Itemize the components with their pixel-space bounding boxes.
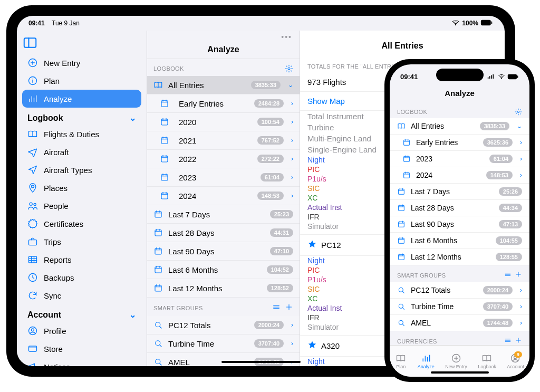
home-indicator[interactable]	[221, 361, 301, 363]
chevron-right-icon[interactable]: ›	[291, 321, 293, 329]
row-amel[interactable]: AMEL 1744:48 ›	[147, 353, 300, 366]
sidebar-aircraft-types[interactable]: Aircraft Types	[22, 161, 141, 179]
badge-icon	[27, 218, 38, 229]
sidebar-new-entry[interactable]: New Entry	[22, 54, 141, 72]
row-last-7-days[interactable]: Last 7 Days 25:26	[390, 184, 529, 200]
info-circle-icon	[27, 75, 38, 86]
row-value: 2484:28	[254, 99, 284, 108]
chevron-right-icon[interactable]: ›	[520, 155, 522, 162]
row-2022[interactable]: 2022 272:22 ›	[147, 150, 300, 168]
calendar-icon	[160, 173, 169, 182]
row-value: 128:52	[267, 284, 293, 292]
row-2023[interactable]: 2023 61:04 ›	[147, 168, 300, 187]
list-icon[interactable]	[504, 337, 512, 345]
row-pc12-totals[interactable]: PC12 Totals 2000:24 ›	[390, 282, 529, 299]
tab-plan[interactable]: Plan	[395, 353, 407, 369]
add-icon[interactable]	[515, 271, 522, 280]
chevron-right-icon[interactable]: ›	[520, 319, 522, 327]
home-indicator[interactable]	[431, 371, 489, 374]
chevron-right-icon[interactable]: ›	[291, 100, 293, 107]
chevron-down-icon[interactable]: ⌄	[517, 122, 522, 130]
detail-title: All Entries	[300, 31, 505, 56]
iphone-screen: 09:41 Analyze LOGBOOK All Entries 3835:3…	[390, 64, 529, 377]
list-icon[interactable]	[272, 303, 281, 313]
sidebar-store[interactable]: Store	[22, 340, 141, 358]
sidebar-aircraft[interactable]: Aircraft	[22, 143, 141, 161]
row-2024[interactable]: 2024 148:53 ›	[390, 167, 529, 184]
chevron-right-icon[interactable]: ›	[520, 139, 522, 146]
row-last-90-days[interactable]: Last 90 Days 47:13	[390, 216, 529, 233]
svg-rect-16	[481, 20, 491, 25]
row-all-entries[interactable]: All Entries 3835:33 ⌄	[147, 76, 300, 94]
tab-analyze[interactable]: Analyze	[418, 353, 435, 369]
chevron-right-icon[interactable]: ›	[291, 118, 293, 126]
sidebar-people[interactable]: People	[22, 197, 141, 215]
more-icon[interactable]: •••	[281, 33, 292, 41]
sidebar-sync[interactable]: Sync	[22, 286, 141, 304]
row-turbine-time[interactable]: Turbine Time 3707:40 ›	[390, 299, 529, 315]
add-smart-group-icon[interactable]	[285, 303, 293, 313]
row-2023[interactable]: 2023 61:04 ›	[390, 151, 529, 167]
row-last-6-months[interactable]: Last 6 Months 104:55	[390, 233, 529, 249]
chevron-down-icon[interactable]: ⌄	[288, 81, 293, 89]
bars-icon	[27, 93, 38, 104]
svg-rect-19	[508, 74, 517, 79]
calendar-icon	[402, 138, 411, 147]
row-last-28-days[interactable]: Last 28 Days 44:34	[390, 200, 529, 216]
row-last-6-months[interactable]: Last 6 Months 104:52	[147, 261, 300, 279]
row-all-entries[interactable]: All Entries 3835:33 ⌄	[390, 118, 529, 135]
chevron-right-icon[interactable]: ›	[291, 137, 293, 144]
tab-account[interactable]: 9 Account	[507, 353, 524, 369]
sidebar-backups[interactable]: Backups	[22, 269, 141, 286]
row-last-28-days[interactable]: Last 28 Days 44:31	[147, 224, 300, 242]
pin-icon	[27, 183, 38, 193]
row-value: 3835:33	[251, 81, 281, 89]
tab-logbook[interactable]: Logbook	[478, 353, 496, 369]
status-time: 09:41	[28, 20, 45, 27]
sidebar-profile[interactable]: Profile	[22, 322, 141, 340]
sidebar-section-account[interactable]: Account ⌄	[22, 304, 141, 322]
sidebar-flights-duties[interactable]: Flights & Duties	[22, 125, 141, 143]
sidebar-certificates[interactable]: Certificates	[22, 215, 141, 233]
chevron-right-icon[interactable]: ›	[520, 303, 522, 310]
row-last-7-days[interactable]: Last 7 Days 25:23	[147, 205, 300, 224]
chevron-right-icon[interactable]: ›	[291, 174, 293, 181]
sidebar-reports[interactable]: Reports	[22, 251, 141, 269]
chevron-right-icon[interactable]: ›	[291, 340, 293, 347]
row-2020[interactable]: 2020 100:54 ›	[147, 113, 300, 131]
sidebar-notices[interactable]: Notices	[22, 358, 141, 366]
row-value: 61:04	[261, 173, 284, 181]
row-label: Last 12 Months	[168, 284, 262, 293]
row-early-entries[interactable]: Early Entries 2484:28 ›	[147, 94, 300, 113]
sidebar-item-label: Plan	[44, 77, 60, 85]
chevron-right-icon[interactable]: ›	[520, 286, 522, 294]
row-last-12-months[interactable]: Last 12 Months 128:55	[390, 249, 529, 265]
row-early-entries[interactable]: Early Entries 3625:36 ›	[390, 135, 529, 151]
tab-new-entry[interactable]: New Entry	[445, 353, 467, 369]
sidebar-analyze[interactable]: Analyze	[22, 90, 141, 108]
sidebar-section-logbook[interactable]: Logbook ⌄	[22, 108, 141, 125]
row-last-12-months[interactable]: Last 12 Months 128:52	[147, 279, 300, 298]
row-2021[interactable]: 2021 767:52 ›	[147, 131, 300, 150]
toggle-sidebar-button[interactable]	[22, 35, 38, 51]
sidebar-places[interactable]: Places	[22, 179, 141, 197]
row-amel[interactable]: AMEL 1744:48 ›	[390, 315, 529, 331]
row-turbine-time[interactable]: Turbine Time 3707:40 ›	[147, 334, 300, 353]
calendar-icon	[397, 236, 406, 245]
iphone-title: Analyze	[390, 89, 529, 103]
add-icon[interactable]	[515, 337, 522, 345]
user-icon	[27, 326, 38, 336]
row-last-90-days[interactable]: Last 90 Days 47:10	[147, 242, 300, 261]
chevron-right-icon[interactable]: ›	[291, 192, 293, 199]
chevron-right-icon[interactable]: ›	[520, 171, 522, 179]
logbook-settings-icon[interactable]	[515, 108, 522, 116]
sidebar-item-label: Aircraft	[44, 148, 69, 157]
calendar-icon	[153, 246, 163, 256]
list-icon[interactable]	[504, 271, 512, 280]
row-2024[interactable]: 2024 148:53 ›	[147, 187, 300, 205]
logbook-settings-icon[interactable]	[285, 64, 293, 73]
sidebar-trips[interactable]: Trips	[22, 233, 141, 251]
row-pc12-totals[interactable]: PC12 Totals 2000:24 ›	[147, 316, 300, 334]
chevron-right-icon[interactable]: ›	[291, 155, 293, 162]
sidebar-plan[interactable]: Plan	[22, 72, 141, 90]
